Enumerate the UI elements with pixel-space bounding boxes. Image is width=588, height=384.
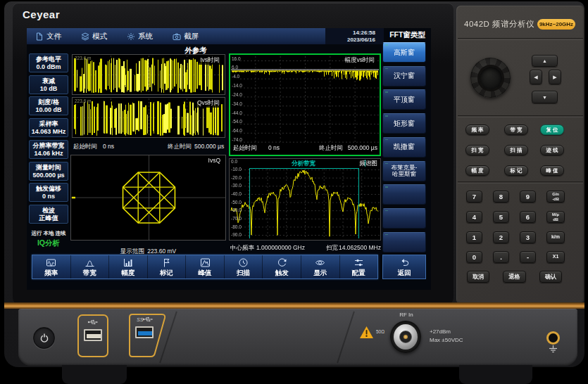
toolbar-label: 触发 xyxy=(275,269,289,278)
back-icon xyxy=(399,255,410,268)
amplitude-trace xyxy=(230,55,380,155)
toolbar-label: 配置 xyxy=(352,269,365,278)
key-扫描[interactable]: 扫描 xyxy=(504,145,528,155)
fft-menu-header: FFT窗类型 xyxy=(384,30,431,40)
menu-item-4[interactable]: 截屏 xyxy=(173,32,199,41)
fft-window-option-1[interactable]: 高斯窗 xyxy=(382,42,426,63)
key-unit-1[interactable]: G/n-dB xyxy=(546,191,565,203)
span-label: 扫宽 xyxy=(326,244,338,252)
key-0[interactable]: 0 xyxy=(466,251,482,263)
key-取消[interactable]: 取消 xyxy=(467,271,489,283)
param-label: 检波 xyxy=(30,207,68,215)
spectrum-y-tick: -70.0 xyxy=(231,216,242,221)
arrow-up-icon: ▲ xyxy=(542,58,547,63)
key-2[interactable]: 2 xyxy=(493,231,509,243)
menu-item-3[interactable]: 系统 xyxy=(127,32,153,41)
key-9[interactable]: 9 xyxy=(520,191,536,203)
key-7[interactable]: 7 xyxy=(466,191,482,203)
fft-window-option-4[interactable]: 矩形窗 xyxy=(382,113,426,134)
plot-i-vs-q: IvsQ xyxy=(70,155,226,241)
key-峰值[interactable]: 峰值 xyxy=(540,165,564,176)
ground-terminal xyxy=(546,331,560,345)
toolbar-1[interactable]: 频率 xyxy=(32,255,71,279)
svg-text:SS: SS xyxy=(137,317,144,322)
key--[interactable]: - xyxy=(520,251,536,263)
key-unit-2[interactable]: M/µdB xyxy=(546,211,565,223)
arrow-left-key[interactable]: ◀ xyxy=(530,70,542,84)
key-unit-3[interactable]: k/m xyxy=(546,231,565,243)
key-5[interactable]: 5 xyxy=(493,211,509,223)
toolbar-7[interactable]: 触发 xyxy=(263,255,301,279)
arrow-right-key[interactable]: ▶ xyxy=(549,70,561,84)
key-.[interactable]: . xyxy=(493,251,509,263)
usb2-port xyxy=(84,329,102,341)
key-8[interactable]: 8 xyxy=(493,191,509,203)
amplitude-icon xyxy=(123,255,133,268)
key-频率[interactable]: 频率 xyxy=(465,124,489,135)
key-扫宽[interactable]: 扫宽 xyxy=(465,145,489,155)
toolbar-5[interactable]: 峰值 xyxy=(186,255,225,279)
toolbar-3[interactable]: 幅度 xyxy=(109,255,148,279)
fft-window-option-5[interactable]: 凯撒窗 xyxy=(382,137,426,158)
softkey-label: 布莱克曼- 哈里斯窗 xyxy=(392,165,418,178)
front-key-panel: 4042D 频谱分析仪 9kHz~20GHz ▲ ◀ ▶ ▼ 频率带宽复位扫宽扫… xyxy=(456,6,584,304)
stop-time-value: 500.000 µs xyxy=(194,143,224,150)
toolbar-4[interactable]: 标记 xyxy=(148,255,187,279)
param-value: 10 dB xyxy=(30,85,68,93)
key-4[interactable]: 4 xyxy=(466,211,482,223)
key-标记[interactable]: 标记 xyxy=(504,165,528,176)
plot-spectrum: 分析带宽 频谱图 0.0-10.0-20.0-30.0-40.0-50.0-60… xyxy=(229,158,381,241)
key-幅度[interactable]: 幅度 xyxy=(465,165,489,176)
spectrum-trace xyxy=(230,159,380,240)
param-label: 触发偏移 xyxy=(30,185,68,193)
spectrum-analyzer: Ceyear 文件模式系统截屏 14:26:58 2023/06/16 FFT窗… xyxy=(0,0,588,384)
toolbar-2[interactable]: 带宽 xyxy=(71,255,110,279)
fft-window-option-2[interactable]: 汉宁窗 xyxy=(382,66,426,87)
param-value: 14.063 MHz xyxy=(30,128,68,136)
param-label: 参考电平 xyxy=(30,56,68,63)
fft-window-option-3[interactable]: 平顶窗 xyxy=(382,89,426,110)
usb3-port xyxy=(135,326,154,338)
max-voltage-label: Max ±50VDC xyxy=(430,337,463,343)
fft-window-option-6[interactable]: 布莱克曼- 哈里斯窗 xyxy=(382,161,426,181)
foot xyxy=(459,365,532,384)
param-value: 0 ns xyxy=(30,193,68,200)
key-6[interactable]: 6 xyxy=(520,211,536,223)
impedance-label: 50Ω xyxy=(376,329,384,334)
key-unit-4[interactable]: X1 xyxy=(546,251,565,263)
param-label: 衰减 xyxy=(30,77,68,85)
file-icon xyxy=(35,32,44,41)
menu-item-2[interactable]: 模式 xyxy=(81,32,107,41)
menu-item-1[interactable]: 文件 xyxy=(35,32,61,41)
param-3: 刻度/格10.00 dB xyxy=(29,96,68,115)
toolbar-8[interactable]: 显示 xyxy=(301,255,340,279)
softkey-label: 汉宁窗 xyxy=(394,72,415,79)
back-button[interactable]: 返回 xyxy=(382,255,426,279)
softkey-blank[interactable] xyxy=(382,232,426,252)
key-退格[interactable]: 退格 xyxy=(503,271,526,283)
key-带宽[interactable]: 带宽 xyxy=(504,124,528,135)
key-3[interactable]: 3 xyxy=(520,231,536,243)
key-复位[interactable]: 复位 xyxy=(540,124,564,135)
usb3-tongue xyxy=(138,331,152,335)
param-value: 正峰值 xyxy=(30,215,68,222)
rf-connector-ring xyxy=(394,324,418,350)
key-1[interactable]: 1 xyxy=(466,231,482,243)
spectrum-y-tick: -90.0 xyxy=(231,232,242,237)
toolbar-6[interactable]: 扫描 xyxy=(225,255,263,279)
key-迹线[interactable]: 迹线 xyxy=(540,145,564,155)
knob-center xyxy=(480,67,502,89)
amp-y-tick: -4.0 xyxy=(232,74,239,79)
softkey-blank[interactable] xyxy=(382,208,426,229)
rf-connector-bore xyxy=(399,331,412,343)
toolbar-9[interactable]: 配置 xyxy=(340,255,378,279)
amp-y-tick: -14.0 xyxy=(232,83,242,88)
arrow-up-key[interactable]: ▲ xyxy=(532,55,558,67)
rotary-knob[interactable] xyxy=(470,58,511,98)
toolbar-label: 标记 xyxy=(160,269,173,278)
key-确认[interactable]: 确认 xyxy=(539,271,562,283)
softkey-blank[interactable] xyxy=(382,184,426,205)
power-button[interactable] xyxy=(33,327,55,349)
arrow-down-key[interactable]: ▼ xyxy=(532,91,558,103)
amp-start-label: 起始时间 xyxy=(233,144,257,153)
